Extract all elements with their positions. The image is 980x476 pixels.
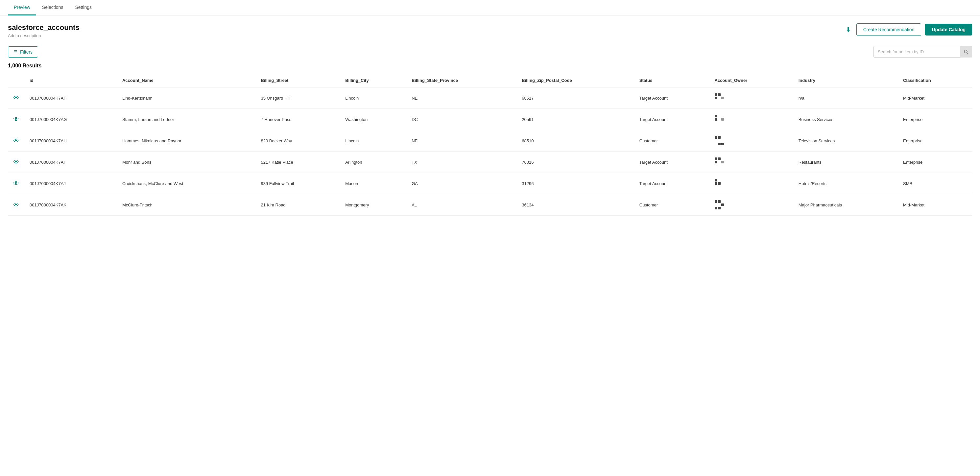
view-row-icon[interactable]: 👁 (13, 116, 19, 123)
page-title: salesforce_accounts (8, 23, 80, 32)
data-table-wrap: id Account_Name Billing_Street Billing_C… (0, 74, 980, 216)
avatar-mosaic (715, 179, 724, 188)
cell-billing-city: Macon (340, 173, 406, 194)
title-block: salesforce_accounts Add a description (8, 23, 80, 38)
view-row-icon[interactable]: 👁 (13, 95, 19, 101)
cell-id: 001J7000004K7AG (24, 109, 117, 130)
cell-account-name: Hammes, Nikolaus and Raynor (117, 130, 255, 151)
avatar-mosaic (715, 93, 724, 103)
filters-button[interactable]: ☰ Filters (8, 46, 38, 57)
avatar-mosaic (715, 136, 724, 145)
cell-status: Target Account (634, 151, 710, 173)
view-row-icon[interactable]: 👁 (13, 137, 19, 144)
data-table: id Account_Name Billing_Street Billing_C… (8, 74, 972, 216)
cell-billing-city: Lincoln (340, 130, 406, 151)
filter-icon: ☰ (13, 49, 18, 54)
cell-billing-state: NE (406, 130, 517, 151)
cell-billing-state: DC (406, 109, 517, 130)
cell-industry: Restaurants (793, 151, 898, 173)
toolbar: ☰ Filters (0, 38, 980, 60)
search-input[interactable] (873, 46, 972, 57)
cell-billing-street: 7 Hanover Pass (255, 109, 340, 130)
cell-billing-state: AL (406, 194, 517, 216)
search-box (873, 46, 972, 57)
cell-account-owner (710, 109, 793, 130)
cell-billing-zip: 68517 (517, 87, 634, 109)
cell-billing-zip: 31296 (517, 173, 634, 194)
cell-account-owner (710, 130, 793, 151)
col-id: id (24, 74, 117, 87)
cell-classification: Mid-Market (898, 87, 972, 109)
col-classification: Classification (898, 74, 972, 87)
cell-billing-street: 5217 Katie Place (255, 151, 340, 173)
cell-status: Customer (634, 130, 710, 151)
cell-account-owner (710, 173, 793, 194)
table-row: 👁001J7000004K7AJCruickshank, McClure and… (8, 173, 972, 194)
tab-selections[interactable]: Selections (36, 0, 69, 16)
cell-status: Target Account (634, 173, 710, 194)
col-account-owner: Account_Owner (710, 74, 793, 87)
cell-billing-state: TX (406, 151, 517, 173)
table-row: 👁001J7000004K7AKMcClure-Fritsch21 Kim Ro… (8, 194, 972, 216)
page-header: salesforce_accounts Add a description ⬇ … (0, 16, 980, 38)
page-description[interactable]: Add a description (8, 33, 80, 38)
tab-preview[interactable]: Preview (8, 0, 36, 16)
cell-billing-city: Washington (340, 109, 406, 130)
cell-classification: Enterprise (898, 130, 972, 151)
col-account-name: Account_Name (117, 74, 255, 87)
table-header-row: id Account_Name Billing_Street Billing_C… (8, 74, 972, 87)
cell-account-name: McClure-Fritsch (117, 194, 255, 216)
header-actions: ⬇ Create Recommendation Update Catalog (844, 23, 972, 36)
cell-account-owner (710, 194, 793, 216)
cell-account-name: Lind-Kertzmann (117, 87, 255, 109)
cell-status: Target Account (634, 87, 710, 109)
table-row: 👁001J7000004K7AGStamm, Larson and Ledner… (8, 109, 972, 130)
cell-billing-city: Lincoln (340, 87, 406, 109)
search-icon (964, 49, 969, 54)
cell-billing-zip: 76016 (517, 151, 634, 173)
col-billing-city: Billing_City (340, 74, 406, 87)
cell-industry: n/a (793, 87, 898, 109)
view-row-icon[interactable]: 👁 (13, 202, 19, 208)
update-catalog-button[interactable]: Update Catalog (925, 24, 972, 35)
avatar-mosaic (715, 158, 724, 167)
results-count: 1,000 Results (0, 60, 980, 74)
cell-classification: Mid-Market (898, 194, 972, 216)
table-row: 👁001J7000004K7AHHammes, Nikolaus and Ray… (8, 130, 972, 151)
tabs-nav: Preview Selections Settings (0, 0, 980, 16)
cell-billing-city: Arlington (340, 151, 406, 173)
cell-classification: Enterprise (898, 151, 972, 173)
cell-industry: Major Pharmaceuticals (793, 194, 898, 216)
cell-billing-city: Montgomery (340, 194, 406, 216)
cell-billing-zip: 20591 (517, 109, 634, 130)
download-icon[interactable]: ⬇ (844, 24, 853, 35)
cell-id: 001J7000004K7AK (24, 194, 117, 216)
cell-account-owner (710, 87, 793, 109)
cell-account-name: Stamm, Larson and Ledner (117, 109, 255, 130)
cell-classification: SMB (898, 173, 972, 194)
cell-billing-street: 820 Becker Way (255, 130, 340, 151)
cell-status: Target Account (634, 109, 710, 130)
col-eye (8, 74, 24, 87)
view-row-icon[interactable]: 👁 (13, 180, 19, 187)
col-billing-street: Billing_Street (255, 74, 340, 87)
table-row: 👁001J7000004K7AIMohr and Sons5217 Katie … (8, 151, 972, 173)
cell-billing-street: 21 Kim Road (255, 194, 340, 216)
search-button[interactable] (960, 46, 972, 57)
cell-billing-zip: 68510 (517, 130, 634, 151)
cell-billing-zip: 36134 (517, 194, 634, 216)
cell-industry: Television Services (793, 130, 898, 151)
tab-settings[interactable]: Settings (69, 0, 98, 16)
cell-id: 001J7000004K7AF (24, 87, 117, 109)
cell-classification: Enterprise (898, 109, 972, 130)
cell-billing-state: GA (406, 173, 517, 194)
cell-id: 001J7000004K7AI (24, 151, 117, 173)
cell-account-owner (710, 151, 793, 173)
cell-industry: Business Services (793, 109, 898, 130)
view-row-icon[interactable]: 👁 (13, 159, 19, 166)
col-industry: Industry (793, 74, 898, 87)
cell-billing-state: NE (406, 87, 517, 109)
create-recommendation-button[interactable]: Create Recommendation (856, 23, 921, 36)
cell-billing-street: 939 Fallview Trail (255, 173, 340, 194)
cell-account-name: Mohr and Sons (117, 151, 255, 173)
